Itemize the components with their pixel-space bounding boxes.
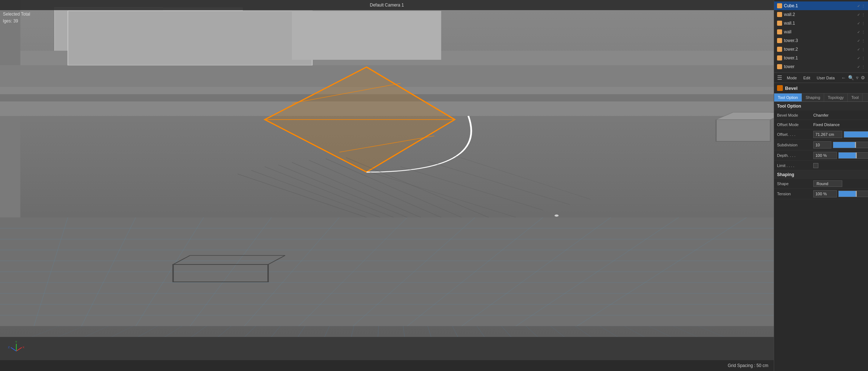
depth-slider[interactable] (838, 152, 868, 159)
selected-total-label: Selected Total (3, 11, 30, 18)
object-item-tower3[interactable]: tower.3 ✓ ⋮ (774, 36, 868, 45)
obj-name-tower: tower (784, 64, 794, 69)
object-item-wall1[interactable]: wall.1 ✓ ⋮ (774, 19, 868, 28)
top-bar: Default Camera 1 (0, 0, 774, 10)
settings-icon[interactable]: ⚙ (861, 75, 865, 80)
obj-icon-tower2 (777, 47, 782, 52)
object-item-cube1[interactable]: Cube.1 ✓ ⋮ (774, 1, 868, 10)
user-data-button[interactable]: User Data (815, 75, 837, 81)
svg-line-44 (428, 161, 570, 205)
object-item-tower[interactable]: tower ✓ ⋮ (774, 62, 868, 71)
limit-checkbox[interactable] (813, 163, 818, 168)
svg-line-56 (16, 347, 22, 351)
bevel-mode-row: Bevel Mode Chamfer (774, 111, 868, 120)
obj-name-tower1: tower.1 (784, 55, 798, 61)
obj-icon-tower1 (777, 55, 782, 61)
back-icon[interactable]: ← (841, 75, 846, 80)
svg-rect-50 (716, 120, 771, 141)
tab-tool-option[interactable]: Tool Option (774, 93, 802, 101)
vis-icon-wall2: ✓ (857, 13, 860, 17)
offset-label: Offset. . . . (777, 132, 813, 137)
svg-rect-23 (68, 11, 312, 65)
depth-row: Depth. . . . ▲ ▼ (774, 150, 868, 161)
edit-button[interactable]: Edit (802, 75, 812, 81)
filter-icon[interactable]: ▿ (856, 75, 859, 80)
subdivision-slider-fill (833, 142, 856, 148)
obj-icon-wall (777, 29, 782, 34)
tension-slider-wrap: ▲ ▼ (813, 190, 868, 197)
svg-line-40 (326, 159, 462, 217)
tab-topology[interactable]: Topology (824, 93, 848, 101)
svg-line-42 (370, 172, 516, 217)
object-item-tower2[interactable]: tower.2 ✓ ⋮ (774, 45, 868, 54)
svg-rect-24 (292, 11, 441, 60)
subdivision-input[interactable] (813, 141, 831, 149)
shape-row: Shape Round (774, 179, 868, 189)
obj-vis-icons-wall1: ✓ ⋮ (857, 21, 865, 25)
offset-mode-label: Offset Mode (777, 122, 813, 127)
obj-icon-wall1 (777, 21, 782, 26)
tension-row: Tension ▲ ▼ (774, 189, 868, 199)
object-list: Cube.1 ✓ ⋮ wall.2 ✓ ⋮ wall.1 ✓ ⋮ wall (774, 0, 868, 73)
obj-icon (777, 3, 782, 8)
bevel-title: Bevel (785, 86, 798, 91)
object-item-tower1[interactable]: tower.1 ✓ ⋮ (774, 54, 868, 62)
search-icon[interactable]: 🔍 (848, 75, 854, 80)
subdivision-slider-wrap: ▲ ▼ (813, 141, 868, 149)
top-bar-camera: Default Camera 1 (370, 3, 404, 8)
obj-icon-tower3 (777, 38, 782, 43)
offset-mode-row: Offset Mode Fixed Distance (774, 120, 868, 129)
mode-button[interactable]: Mode (785, 75, 799, 81)
vis-icon-tower: ✓ (857, 65, 860, 69)
obj-vis-icons-tower1: ✓ ⋮ (857, 56, 865, 60)
obj-name-cube1: Cube.1 (784, 3, 798, 8)
svg-line-39 (309, 160, 441, 217)
vis-icon-tower2: ✓ (857, 47, 860, 51)
vis-icon-tower1: ✓ (857, 56, 860, 60)
vis-icon: ✓ (857, 4, 860, 8)
tool-option-heading: Tool Option (774, 102, 868, 111)
subdivision-row: Subdivision ▲ ▼ (774, 140, 868, 150)
tension-slider[interactable] (838, 191, 868, 197)
edges-count-label: lges: 39 (3, 18, 30, 25)
render-icon-tower3: ⋮ (861, 39, 865, 43)
obj-vis-icons-wall2: ✓ ⋮ (857, 13, 865, 17)
offset-slider[interactable] (844, 131, 868, 138)
tab-tool[interactable]: Tool (848, 93, 863, 101)
bottom-bar: Grid Spacing : 50 cm (0, 360, 774, 371)
bevel-mode-value: Chamfer (813, 113, 865, 117)
mode-bar: ☰ Mode Edit User Data ← 🔍 ▿ ⚙ (774, 73, 868, 83)
bevel-label: Bevel (774, 83, 868, 93)
offset-input[interactable] (813, 131, 842, 138)
subdivision-slider[interactable] (833, 142, 868, 148)
depth-input[interactable] (813, 152, 837, 159)
tab-shaping[interactable]: Shaping (802, 93, 824, 101)
right-panel: Cube.1 ✓ ⋮ wall.2 ✓ ⋮ wall.1 ✓ ⋮ wall (774, 0, 868, 371)
object-item-wall[interactable]: wall ✓ ⋮ (774, 28, 868, 36)
scene-svg (0, 0, 774, 371)
object-item-wall2[interactable]: wall.2 ✓ ⋮ (774, 10, 868, 19)
offset-row: Offset. . . . ▲ ▼ (774, 129, 868, 140)
shaping-heading: Shaping (774, 170, 868, 179)
shape-value[interactable]: Round (813, 180, 842, 187)
depth-slider-wrap: ▲ ▼ (813, 152, 868, 159)
svg-line-35 (251, 170, 380, 217)
tension-label: Tension (777, 192, 813, 196)
svg-text:Z: Z (8, 346, 10, 349)
viewport[interactable]: Default Camera 1 Selected Total lges: 39… (0, 0, 774, 371)
obj-icon-tower (777, 64, 782, 69)
vis-icon-wall: ✓ (857, 30, 860, 34)
svg-line-45 (455, 156, 591, 199)
vis-icon-wall1: ✓ (857, 21, 860, 25)
subdivision-label: Subdivision (777, 143, 813, 147)
limit-row: Limit . . . . (774, 161, 868, 170)
render-icon-wall2: ⋮ (861, 13, 865, 17)
tension-slider-handle (856, 191, 857, 197)
tabs-row: Tool Option Shaping Topology Tool (774, 93, 868, 102)
svg-text:X: X (22, 346, 25, 349)
tension-input[interactable] (813, 190, 837, 197)
depth-slider-handle (856, 153, 857, 158)
obj-vis-icons: ✓ ⋮ (857, 4, 865, 8)
svg-line-60 (11, 347, 16, 351)
render-icon-tower: ⋮ (861, 65, 865, 69)
